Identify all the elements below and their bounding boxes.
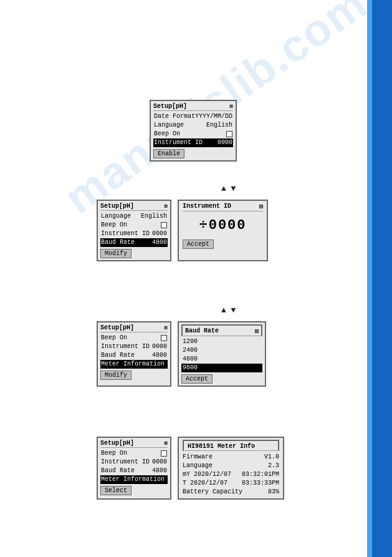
panel3-left-label-meterinfo: Meter Information	[101, 360, 165, 369]
panel4-right-row-firmware: Firmware V1.0	[183, 453, 279, 462]
baud-item-2400[interactable]: 2400	[181, 346, 262, 355]
panel3-left-value-instrumentid: 0000	[152, 342, 167, 351]
panel4-right-row-my-date: mY 2020/12/07 03:32:01PM	[183, 470, 279, 479]
panel2-left-button-container: Modify	[100, 247, 168, 258]
panel1-checkbox-beepon[interactable]	[226, 131, 232, 137]
panel4-right-title-bar: HI98191 Meter Info	[183, 440, 279, 451]
panel2-right-value-display: ÷0000	[183, 215, 263, 237]
panel4-row: Setup[pH] ⊠ Beep On Instrument ID 0000 B…	[97, 437, 284, 500]
panel1-row-instrumentid: Instrument ID 0000	[153, 138, 233, 147]
panel3-left-label-beepon: Beep On	[101, 334, 127, 342]
panel2-right-close-icon[interactable]: ⊠	[259, 203, 263, 210]
panel3-left-button-container: Modify	[100, 369, 168, 380]
panel4-left-label-beepon: Beep On	[101, 449, 127, 458]
panel4-right-value-battery: 83%	[268, 488, 279, 496]
panel1-label-dateformat: Date Format	[154, 112, 195, 121]
blue-strip-light	[367, 0, 372, 557]
panel4-right-label-firmware: Firmware	[183, 453, 213, 462]
panel4-right-row-t-date: T 2020/12/07 03:33:33PM	[183, 479, 279, 488]
panel4-right-label-my-date: mY 2020/12/07	[183, 470, 231, 479]
panel1-value-instrumentid: 0000	[218, 138, 232, 147]
blue-strip	[372, 0, 392, 557]
panel2-right-button-container: Accept	[183, 237, 263, 249]
baud-item-1200[interactable]: 1200	[181, 337, 262, 346]
panel2-left: Setup[pH] ⊠ Language English Beep On Ins…	[97, 200, 171, 261]
arrow-symbols-1: ▲ ▼	[221, 184, 236, 193]
panel3-left-row-meterinfo: Meter Information	[100, 360, 168, 369]
panel4-left-checkbox-beepon[interactable]	[161, 450, 167, 457]
panel4-right-value-firmware: V1.0	[264, 453, 279, 462]
panel4-left-title-bar: Setup[pH] ⊠	[100, 440, 168, 448]
panel2-left-label-instrumentid: Instrument ID	[101, 230, 150, 238]
panel1-enable-button[interactable]: Enable	[153, 149, 184, 158]
panel4-left-label-meterinfo: Meter Information	[101, 475, 165, 484]
panel1-title-bar: Setup[pH] ⊠	[153, 103, 233, 111]
panel4-left-label-baudrate: Baud Rate	[101, 467, 135, 475]
panel1-label-instrumentid: Instrument ID	[154, 138, 203, 147]
panel4-right-title: HI98191 Meter Info	[188, 443, 255, 450]
panel2-left-row-instrumentid: Instrument ID 0000	[100, 230, 168, 238]
baud-item-4800[interactable]: 4800	[181, 355, 262, 364]
panel1-row-language: Language English	[153, 121, 233, 130]
panel2-right-accept-button[interactable]: Accept	[183, 240, 214, 249]
panel3-row: Setup[pH] ⊠ Beep On Instrument ID 0000 B…	[97, 321, 266, 387]
panel2-left-close-icon[interactable]: ⊠	[165, 203, 168, 210]
panel3-left-value-baudrate: 4800	[152, 351, 167, 360]
arrow-note-1: ▲ ▼	[221, 184, 236, 193]
panel4-left-label-instrumentid: Instrument ID	[101, 458, 150, 467]
panel2-left-row-beepon: Beep On	[100, 221, 168, 230]
panel4-left-close-icon[interactable]: ⊠	[165, 440, 168, 447]
panel1-label-language: Language	[154, 121, 184, 130]
panel2-left-title: Setup[pH]	[100, 203, 134, 210]
panel2-left-value-language: English	[141, 212, 167, 221]
panel4-left-row-meterinfo: Meter Information	[100, 475, 168, 484]
panel4-left-row-beepon: Beep On	[100, 449, 168, 458]
panel4-right-value-language: 2.3	[268, 462, 279, 470]
panel3-right-accept-button[interactable]: Accept	[181, 374, 213, 384]
panel1-value-language: English	[206, 121, 232, 130]
panel4-left-value-baudrate: 4800	[152, 467, 167, 475]
arrow-note-2: ▲ ▼	[221, 306, 236, 315]
panel4-right-row-battery: Battery Capacity 83%	[183, 488, 279, 496]
panel3-left-title-bar: Setup[pH] ⊠	[100, 324, 168, 332]
panel4-right-label-battery: Battery Capacity	[183, 488, 242, 496]
panel4-left-button-container: Select	[100, 484, 168, 495]
panel1-button-container: Enable	[153, 147, 233, 158]
panel4-right-value-my-time: 03:32:01PM	[242, 470, 279, 479]
panel3-left-label-instrumentid: Instrument ID	[101, 342, 150, 351]
baud-item-9600[interactable]: 9600	[181, 364, 262, 372]
panel3-right: Baud Rate ⊠ 1200 2400 4800 9600 Accept	[178, 321, 266, 387]
panel3-left-row-beepon: Beep On	[100, 334, 168, 342]
panel1-close-icon[interactable]: ⊠	[230, 103, 233, 110]
panel4-left-row-instrumentid: Instrument ID 0000	[100, 458, 168, 467]
panel2-left-value-baudrate: 4800	[152, 238, 167, 247]
panel3-left: Setup[pH] ⊠ Beep On Instrument ID 0000 B…	[97, 321, 171, 387]
panel3-left-modify-button[interactable]: Modify	[100, 371, 131, 380]
panel1-row-dateformat: Date Format YYYY/MM/DD	[153, 112, 233, 121]
panel3-left-checkbox-beepon[interactable]	[161, 335, 167, 341]
panel2-right-title: Instrument ID	[183, 203, 231, 210]
panel4-left-row-baudrate: Baud Rate 4800	[100, 467, 168, 475]
panel4-left: Setup[pH] ⊠ Beep On Instrument ID 0000 B…	[97, 437, 171, 500]
panel1-value-dateformat: YYYY/MM/DD	[195, 112, 232, 121]
panel3-right-button-container: Accept	[181, 372, 262, 384]
panel2-left-label-beepon: Beep On	[101, 221, 127, 230]
panel3-right-close-icon[interactable]: ⊠	[255, 327, 259, 335]
panel3-left-row-instrumentid: Instrument ID 0000	[100, 342, 168, 351]
panel1: Setup[pH] ⊠ Date Format YYYY/MM/DD Langu…	[150, 100, 237, 162]
panel2-left-checkbox-beepon[interactable]	[161, 222, 167, 228]
panel1-row-beepon: Beep On	[153, 130, 233, 138]
arrow-symbols-2: ▲ ▼	[221, 306, 236, 315]
panel3-left-close-icon[interactable]: ⊠	[165, 324, 168, 331]
panel3-right-title: Baud Rate	[185, 327, 219, 335]
panel1-label-beepon: Beep On	[154, 130, 180, 138]
panel2-right: Instrument ID ⊠ ÷0000 Accept	[178, 200, 268, 261]
panel3-right-title-bar: Baud Rate ⊠	[181, 324, 262, 336]
panel2-left-label-language: Language	[101, 212, 131, 221]
panel2-row: Setup[pH] ⊠ Language English Beep On Ins…	[97, 200, 268, 261]
panel4-left-value-instrumentid: 0000	[152, 458, 167, 467]
panel3-left-row-baudrate: Baud Rate 4800	[100, 351, 168, 360]
panel4-left-select-button[interactable]: Select	[100, 486, 131, 495]
panel2-left-modify-button[interactable]: Modify	[100, 249, 131, 258]
panel2-left-title-bar: Setup[pH] ⊠	[100, 203, 168, 211]
